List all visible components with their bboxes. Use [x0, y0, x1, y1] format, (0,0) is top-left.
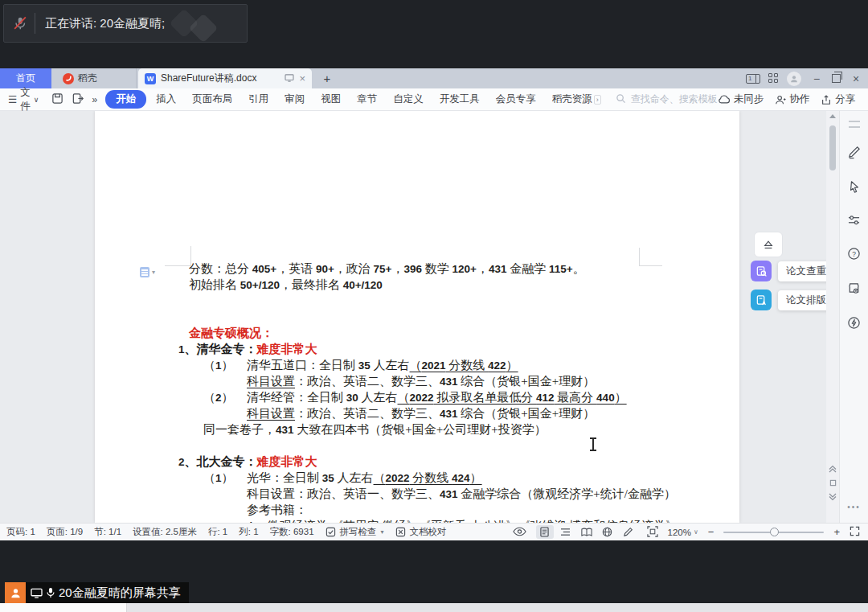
- user-avatar[interactable]: [787, 72, 801, 86]
- collapse-panel-button[interactable]: [754, 232, 783, 257]
- read-mode-icon[interactable]: [578, 525, 596, 539]
- doc-proof-label: 文档校对: [410, 526, 447, 538]
- tab-close-icon[interactable]: ×: [299, 72, 305, 84]
- store-icon[interactable]: [847, 281, 861, 298]
- ribbon-tab-开发工具[interactable]: 开发工具: [432, 90, 488, 109]
- ribbon-tab-引用[interactable]: 引用: [240, 90, 276, 109]
- ribbon-tab-视图[interactable]: 视图: [313, 90, 349, 109]
- paper-check-button[interactable]: 论文查重: [751, 261, 834, 281]
- toolbar-more-icon[interactable]: •••: [847, 503, 861, 511]
- document-line: （1）清华五道口：全日制 35 人左右（2021 分数线 422）: [95, 357, 739, 373]
- adjust-settings-icon[interactable]: [847, 214, 861, 229]
- web-view-icon[interactable]: [599, 525, 616, 539]
- ribbon-tab-插入[interactable]: 插入: [148, 90, 184, 109]
- document-line: [95, 293, 739, 309]
- text-run: （2022 拟录取名单最低分 412 最高分 440）: [398, 391, 627, 404]
- zoom-slider-knob[interactable]: [770, 528, 779, 536]
- document-text[interactable]: 分数：总分 405+，英语 90+，政治 75+，396 数学 120+，431…: [95, 261, 739, 523]
- text-run: 金融专硕概况：: [189, 327, 273, 339]
- text-run: （2022 分数线 424）: [374, 471, 482, 484]
- tab-docer[interactable]: 稻壳: [51, 68, 137, 88]
- ribbon-tab-开始[interactable]: 开始: [105, 90, 146, 109]
- share-button[interactable]: 分享: [821, 92, 855, 106]
- ribbon-tab-会员专享[interactable]: 会员专享: [488, 90, 544, 109]
- select-cursor-icon[interactable]: [848, 180, 861, 196]
- docer-icon: [63, 73, 74, 84]
- command-search[interactable]: 查找命令、搜索模板: [616, 92, 718, 106]
- document-line: 科目设置：政治、英语二、数学三、431 综合（货银+国金+理财）: [95, 405, 739, 421]
- status-field[interactable]: 节: 1/1: [94, 526, 121, 538]
- text-run: 清华经管：全日制 30 人左右: [247, 391, 398, 404]
- ink-pen-icon[interactable]: [847, 146, 861, 162]
- meeting-top-bar: 正在讲话: 20金融夏晴;: [0, 0, 868, 68]
- outline-view-icon[interactable]: [557, 525, 575, 539]
- restore-button[interactable]: [832, 74, 841, 83]
- prev-page-icon[interactable]: [829, 465, 837, 473]
- text-run: 科目设置: [247, 407, 295, 420]
- text-run: （1）: [203, 357, 247, 374]
- status-field[interactable]: 设置值: 2.5厘米: [133, 526, 197, 538]
- new-tab-button[interactable]: +: [317, 68, 338, 88]
- taskbar-edge-left: [0, 603, 127, 612]
- presenter-icon: [5, 582, 26, 603]
- help-icon[interactable]: ?: [847, 247, 861, 264]
- ribbon-tab-自定义[interactable]: 自定义: [385, 90, 432, 109]
- more-tools-icon[interactable]: »: [92, 94, 97, 105]
- view-zoom-controls: 120% ∨ − +: [513, 525, 868, 539]
- tab-home-label: 首页: [16, 72, 35, 85]
- collaborate-button[interactable]: 协作: [775, 92, 809, 106]
- document-line: 初始排名 50+/120，最终排名 40+/120: [95, 277, 739, 293]
- minimize-button[interactable]: −: [809, 72, 824, 85]
- spell-check-toggle[interactable]: 拼写检查 ▾: [326, 526, 384, 538]
- close-button[interactable]: ×: [849, 72, 863, 85]
- status-field[interactable]: 字数: 6931: [270, 526, 314, 538]
- quick-access-icon[interactable]: [847, 316, 861, 333]
- tab-document-active[interactable]: W ShareFuture讲稿.docx ×: [138, 68, 312, 88]
- paper-layout-button[interactable]: 论文排版: [751, 290, 834, 310]
- ribbon-tab-章节[interactable]: 章节: [349, 90, 385, 109]
- quick-access-toolbar: »: [51, 92, 97, 107]
- screen-share-banner: 20金融夏晴的屏幕共享: [5, 582, 189, 603]
- chevron-down-icon: ∨: [694, 528, 698, 536]
- page-view-icon[interactable]: [536, 525, 554, 539]
- zoom-in-button[interactable]: +: [833, 526, 840, 538]
- next-page-icon[interactable]: [829, 493, 837, 501]
- document-workspace: ▾ 分数：总分 405+，英语 90+，政治 75+，396 数学 120+，4…: [0, 111, 868, 523]
- doc-proof-toggle[interactable]: 文档校对: [395, 526, 447, 538]
- share-icon: [821, 94, 832, 105]
- ink-annotate-icon[interactable]: [620, 525, 637, 539]
- sync-status[interactable]: 未同步: [718, 92, 764, 106]
- document-line: 分数：总分 405+，英语 90+，政治 75+，396 数学 120+，431…: [95, 261, 739, 277]
- file-menu-label: 文件: [20, 86, 31, 113]
- ribbon-tab-页面布局[interactable]: 页面布局: [184, 90, 240, 109]
- scroll-up-arrow-icon[interactable]: [829, 114, 836, 118]
- zoom-slider[interactable]: [723, 532, 824, 533]
- output-icon[interactable]: [72, 92, 84, 107]
- document-line: 金融专硕概况：: [95, 325, 739, 341]
- status-field[interactable]: 列: 1: [239, 526, 258, 538]
- status-field[interactable]: 页面: 1/9: [47, 526, 83, 538]
- status-field[interactable]: 页码: 1: [6, 526, 35, 538]
- drag-handle[interactable]: [849, 121, 860, 128]
- save-icon[interactable]: [51, 92, 63, 107]
- ribbon-tab-稻壳资源[interactable]: 稻壳资源›: [544, 90, 609, 109]
- zoom-level[interactable]: 120% ∨: [668, 528, 698, 537]
- select-browse-icon[interactable]: [829, 479, 837, 487]
- text-run: 1、清华金专：: [178, 343, 257, 355]
- document-line: （2）清华经管：全日制 30 人左右（2022 拟录取名单最低分 412 最高分…: [95, 389, 739, 405]
- window-layout-icon[interactable]: 1: [746, 74, 760, 84]
- ribbon-right-actions: 未同步 协作 分享 ⋮ ∨: [718, 92, 868, 106]
- fit-page-icon[interactable]: [647, 526, 658, 539]
- share-banner-chip: 20金融夏晴的屏幕共享: [26, 582, 189, 603]
- document-line: 同一套卷子，431 大致在四本书（货银+国金+公司理财+投资学）: [95, 421, 739, 437]
- zoom-out-button[interactable]: −: [708, 526, 714, 538]
- status-field[interactable]: 行: 1: [208, 526, 227, 538]
- divider: [35, 13, 35, 34]
- vertical-scrollbar[interactable]: [826, 111, 839, 523]
- scrollbar-thumb[interactable]: [829, 125, 836, 170]
- ribbon-tab-审阅[interactable]: 审阅: [276, 90, 313, 109]
- eye-protect-icon[interactable]: [513, 527, 526, 538]
- tab-grid-icon[interactable]: [768, 73, 779, 84]
- file-menu[interactable]: ☰ 文件 ∨: [0, 86, 39, 113]
- fullscreen-icon[interactable]: [850, 526, 860, 538]
